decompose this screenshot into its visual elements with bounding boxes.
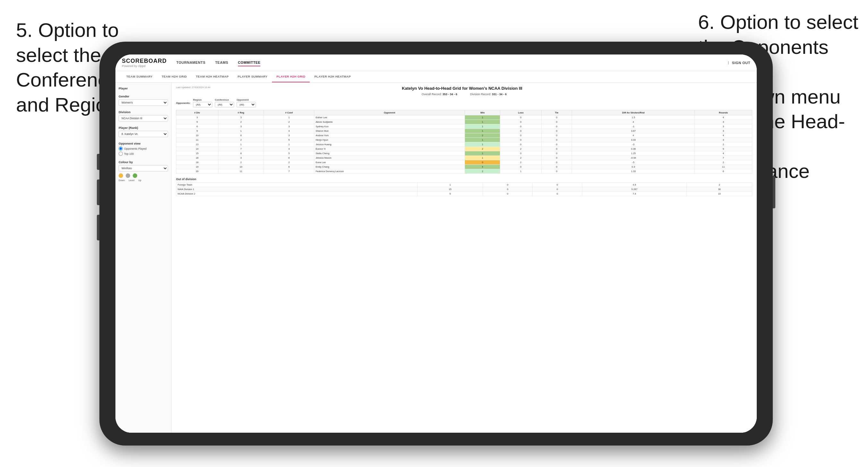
table-row: 0 xyxy=(500,133,541,138)
ood-table-row: 2 xyxy=(687,183,752,187)
out-of-division-table: Foreign Team1004.52NAIA Division 115009.… xyxy=(176,182,752,196)
table-row: 0 xyxy=(541,120,572,124)
right-panel: Last Updated: 27/03/2024 10:44 Katelyn V… xyxy=(172,83,757,433)
table-row: 2 xyxy=(218,138,264,142)
sub-nav-team-h2h-heatmap[interactable]: TEAM H2H HEATMAP xyxy=(191,71,233,82)
sub-nav-player-h2h-heatmap[interactable]: PLAYER H2H HEATMAP xyxy=(310,71,355,82)
table-row: 0 xyxy=(541,151,572,156)
table-row: 0 xyxy=(541,169,572,174)
table-row: 0 xyxy=(541,133,572,138)
col-loss: Loss xyxy=(500,110,541,115)
opponent-filter-label: Opponent xyxy=(237,98,256,101)
table-row: 0 xyxy=(500,151,541,156)
opponent-played-option[interactable]: Opponents Played xyxy=(119,147,168,151)
opponent-played-radio[interactable] xyxy=(119,147,123,151)
sidebar-division-section: Division NCAA Division III NCAA Division… xyxy=(119,110,168,122)
ood-table-row: 15 xyxy=(417,187,483,192)
nav-item-teams[interactable]: TEAMS xyxy=(215,59,228,66)
table-row: 3 xyxy=(694,138,752,142)
table-row: 7 xyxy=(694,156,752,160)
opponent-filter-select[interactable]: (All) xyxy=(237,102,256,107)
col-tie: Tie xyxy=(541,110,572,115)
sub-nav: TEAM SUMMARY TEAM H2H GRID TEAM H2H HEAT… xyxy=(116,71,757,83)
sign-out-button[interactable]: Sign out xyxy=(732,60,750,66)
color-level xyxy=(126,174,130,178)
table-row: 1 xyxy=(218,129,264,133)
nav-separator: | xyxy=(728,61,729,64)
ood-table-row: 10 xyxy=(687,192,752,196)
table-row: 20 xyxy=(176,169,218,174)
table-row: 9 xyxy=(694,147,752,151)
table-row: 0 xyxy=(500,120,541,124)
table-row: 19 xyxy=(176,165,218,169)
conference-filter-select[interactable]: (All) xyxy=(215,102,234,107)
app-content: SCOREBOARD Powered by clippd TOURNAMENTS… xyxy=(116,55,757,433)
nav-item-tournaments[interactable]: TOURNAMENTS xyxy=(176,59,206,66)
table-row: 1.25 xyxy=(572,151,694,156)
table-row: Heejo Hyun xyxy=(314,138,465,142)
ood-table-row: 5 xyxy=(417,192,483,196)
table-row: Sydney Kuo xyxy=(314,124,465,129)
table-row: 0.38 xyxy=(572,147,694,151)
table-row: 18 xyxy=(176,160,218,165)
nav-item-committee[interactable]: COMMITTEE xyxy=(238,59,261,66)
sidebar-colour-section: Colour by Win/loss Down Level Up xyxy=(119,160,168,182)
table-row: 4 xyxy=(264,147,314,151)
table-row: Eunice Yi xyxy=(314,147,465,151)
table-row: 0 xyxy=(541,165,572,169)
overall-record-label: Overall Record: xyxy=(422,93,442,96)
col-conf: # Conf xyxy=(264,110,314,115)
table-row: 8 xyxy=(218,151,264,156)
table-row: 3.33 xyxy=(572,138,694,142)
out-of-division-title: Out of division xyxy=(176,178,752,181)
top100-option[interactable]: Top 100 xyxy=(119,152,168,156)
table-row: 1 xyxy=(465,156,500,160)
nav-items: TOURNAMENTS TEAMS COMMITTEE xyxy=(176,59,728,66)
last-updated: Last Updated: 27/03/2024 10:44 xyxy=(176,86,210,89)
table-row: Jessica Mason xyxy=(314,156,465,160)
region-filter-label: Region xyxy=(193,98,212,101)
sub-nav-player-summary[interactable]: PLAYER SUMMARY xyxy=(233,71,272,82)
table-row: 1.5 xyxy=(572,115,694,120)
ood-table-row: 0 xyxy=(532,187,582,192)
table-row: Sharon Mun xyxy=(314,129,465,133)
color-up xyxy=(133,174,137,178)
table-row: 14 xyxy=(176,147,218,151)
table-row: 1 xyxy=(465,142,500,147)
table-row: 4 xyxy=(694,151,752,156)
color-down xyxy=(119,174,123,178)
table-row: 3 xyxy=(218,156,264,160)
table-row: 2 xyxy=(465,133,500,138)
table-row: Jessica Huang xyxy=(314,142,465,147)
table-row: 2 xyxy=(264,120,314,124)
table-row: 6 xyxy=(264,156,314,160)
logo-sub: Powered by clippd xyxy=(122,64,167,68)
top100-radio[interactable] xyxy=(119,152,123,156)
sub-nav-team-summary[interactable]: TEAM SUMMARY xyxy=(122,71,157,82)
sidebar-colour-select[interactable]: Win/loss xyxy=(119,165,168,172)
sub-nav-team-h2h-grid[interactable]: TEAM H2H GRID xyxy=(157,71,191,82)
table-row: 3 xyxy=(694,129,752,133)
overall-record-value: 353 - 34 - 6 xyxy=(442,93,457,96)
table-row: 1 xyxy=(465,115,500,120)
division-record: Division Record: 331 - 34 - 6 xyxy=(470,93,507,96)
table-row: -1 xyxy=(572,124,694,129)
table-row: 0 xyxy=(541,160,572,165)
region-filter-select[interactable]: (All) xyxy=(193,102,212,107)
sidebar-gender-select[interactable]: Women's Men's xyxy=(119,99,168,106)
sidebar-player-rank-select[interactable]: 8. Katelyn Vo xyxy=(119,131,168,137)
sidebar-division-select[interactable]: NCAA Division III NCAA Division I NCAA D… xyxy=(119,115,168,122)
table-row: 2 xyxy=(465,169,500,174)
table-row: 13 xyxy=(176,142,218,147)
ood-table-row: 7.4 xyxy=(582,192,686,196)
table-row: 2 xyxy=(500,147,541,151)
sidebar-gender-section: Gender Women's Men's xyxy=(119,95,168,106)
sidebar-opponent-view-section: Opponent view Opponents Played Top 100 xyxy=(119,142,168,156)
table-row: Alexis Sudjianto xyxy=(314,120,465,124)
records-row: Overall Record: 353 - 34 - 6 Division Re… xyxy=(176,93,752,96)
sub-nav-player-h2h-grid[interactable]: PLAYER H2H GRID xyxy=(272,71,310,82)
table-row: 7 xyxy=(218,147,264,151)
nav-right: | Sign out xyxy=(728,60,750,66)
logo-area: SCOREBOARD Powered by clippd xyxy=(122,58,167,68)
table-row: 6 xyxy=(264,165,314,169)
